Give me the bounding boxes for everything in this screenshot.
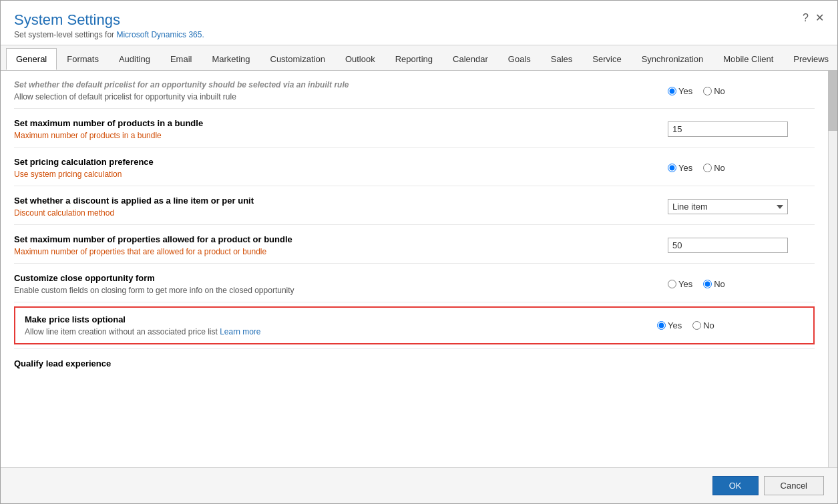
- pricing-calc-desc: Use system pricing calculation: [14, 170, 668, 179]
- tab-formats[interactable]: Formats: [57, 48, 109, 70]
- tab-reporting[interactable]: Reporting: [385, 48, 443, 70]
- tab-service[interactable]: Service: [582, 48, 631, 70]
- brand-text: Microsoft Dynamics 365.: [116, 30, 204, 39]
- close-opp-yes-label[interactable]: Yes: [668, 279, 692, 289]
- pricing-calc-yes-radio[interactable]: [668, 164, 676, 172]
- tab-previews[interactable]: Previews: [783, 48, 837, 70]
- default-pricelist-labels: Set whether the default pricelist for an…: [14, 80, 668, 101]
- price-lists-yes-label[interactable]: Yes: [657, 320, 682, 330]
- bundle-products-desc: Maximum number of products in a bundle: [14, 131, 668, 140]
- close-opp-section: Customize close opportunity form Enable …: [14, 264, 815, 302]
- price-lists-yes-radio[interactable]: [657, 321, 666, 330]
- qualify-section: Qualify lead experience: [14, 349, 815, 378]
- bundle-products-labels: Set maximum number of products in a bund…: [14, 118, 668, 140]
- price-lists-highlighted: Make price lists optional Allow line ite…: [14, 306, 815, 344]
- pricing-calc-no-label[interactable]: No: [703, 163, 725, 173]
- tab-customization[interactable]: Customization: [260, 48, 335, 70]
- properties-title: Set maximum number of properties allowed…: [14, 234, 668, 244]
- scrollbar[interactable]: [828, 71, 837, 467]
- price-lists-section: Make price lists optional Allow line ite…: [14, 306, 815, 349]
- default-pricelist-no-radio[interactable]: [703, 87, 712, 95]
- default-pricelist-radio-group: Yes No: [668, 86, 725, 96]
- discount-select[interactable]: Line item Per unit: [668, 199, 788, 214]
- price-lists-no-radio[interactable]: [692, 321, 701, 330]
- tab-calendar[interactable]: Calendar: [443, 48, 498, 70]
- bundle-products-section: Set maximum number of products in a bund…: [14, 109, 815, 148]
- discount-labels: Set whether a discount is applied as a l…: [14, 196, 668, 218]
- pricing-calc-labels: Set pricing calculation preference Use s…: [14, 157, 668, 179]
- close-icon[interactable]: ✕: [815, 11, 824, 24]
- close-opp-no-label[interactable]: No: [703, 279, 725, 289]
- default-pricelist-no-label[interactable]: No: [703, 86, 725, 96]
- tab-synchronization[interactable]: Synchronization: [632, 48, 714, 70]
- pricing-calc-yes-label[interactable]: Yes: [668, 163, 692, 173]
- discount-desc: Discount calculation method: [14, 208, 668, 218]
- dialog-subtitle: Set system-level settings for Microsoft …: [14, 30, 204, 39]
- tab-mobile-client[interactable]: Mobile Client: [713, 48, 783, 70]
- tab-general[interactable]: General: [6, 48, 57, 70]
- pricing-calc-radio-group: Yes No: [668, 163, 725, 173]
- pricing-calc-title: Set pricing calculation preference: [14, 157, 668, 167]
- tab-email[interactable]: Email: [160, 48, 202, 70]
- price-lists-desc: Allow line item creation without an asso…: [25, 327, 657, 336]
- close-opp-radio-group: Yes No: [668, 279, 725, 289]
- dialog-header: System Settings Set system-level setting…: [1, 1, 837, 45]
- price-lists-control: Yes No: [657, 320, 804, 330]
- discount-row: Set whether a discount is applied as a l…: [14, 196, 815, 218]
- close-opp-labels: Customize close opportunity form Enable …: [14, 273, 668, 295]
- qualify-row: Qualify lead experience: [14, 358, 815, 371]
- price-lists-no-label[interactable]: No: [692, 320, 714, 330]
- pricing-calc-no-radio[interactable]: [703, 164, 712, 172]
- price-lists-labels: Make price lists optional Allow line ite…: [25, 314, 657, 336]
- close-opp-desc: Enable custom fields on closing form to …: [14, 286, 668, 295]
- pricing-calc-control: Yes No: [668, 163, 815, 173]
- price-lists-title: Make price lists optional: [25, 314, 657, 324]
- pricing-calc-row: Set pricing calculation preference Use s…: [14, 157, 815, 179]
- dialog-footer: OK Cancel: [1, 467, 837, 503]
- default-pricelist-yes-radio[interactable]: [668, 87, 676, 95]
- close-opp-row: Customize close opportunity form Enable …: [14, 273, 815, 295]
- default-pricelist-desc: Allow selection of default pricelist for…: [14, 92, 668, 101]
- tabs-bar: General Formats Auditing Email Marketing…: [1, 45, 837, 71]
- bundle-products-title: Set maximum number of products in a bund…: [14, 118, 668, 128]
- tab-goals[interactable]: Goals: [498, 48, 541, 70]
- bundle-products-control: [668, 121, 815, 137]
- properties-labels: Set maximum number of properties allowed…: [14, 234, 668, 256]
- discount-section: Set whether a discount is applied as a l…: [14, 186, 815, 225]
- dialog-controls: ? ✕: [803, 11, 824, 24]
- cancel-button[interactable]: Cancel: [764, 476, 824, 495]
- discount-title: Set whether a discount is applied as a l…: [14, 196, 668, 206]
- close-opp-yes-radio[interactable]: [668, 280, 676, 288]
- ok-button[interactable]: OK: [712, 476, 759, 495]
- properties-row: Set maximum number of properties allowed…: [14, 234, 815, 256]
- help-icon[interactable]: ?: [803, 12, 809, 24]
- content-area: Set whether the default pricelist for an…: [1, 71, 837, 467]
- qualify-labels: Qualify lead experience: [14, 358, 668, 371]
- bundle-products-input[interactable]: [668, 121, 788, 137]
- default-pricelist-yes-label[interactable]: Yes: [668, 86, 692, 96]
- discount-control: Line item Per unit: [668, 199, 815, 214]
- default-pricelist-section: Set whether the default pricelist for an…: [14, 71, 815, 109]
- tab-sales[interactable]: Sales: [541, 48, 583, 70]
- price-lists-learn-more-link[interactable]: Learn more: [220, 327, 260, 336]
- pricing-calc-section: Set pricing calculation preference Use s…: [14, 148, 815, 186]
- properties-section: Set maximum number of properties allowed…: [14, 225, 815, 264]
- default-pricelist-row: Set whether the default pricelist for an…: [14, 80, 815, 101]
- dialog-title: System Settings: [14, 11, 204, 29]
- default-pricelist-control: Yes No: [668, 86, 815, 96]
- tab-outlook[interactable]: Outlook: [335, 48, 385, 70]
- qualify-title: Qualify lead experience: [14, 358, 668, 368]
- properties-desc: Maximum number of properties that are al…: [14, 247, 668, 256]
- default-pricelist-title: Set whether the default pricelist for an…: [14, 80, 668, 89]
- price-lists-row: Make price lists optional Allow line ite…: [25, 314, 804, 336]
- bundle-products-row: Set maximum number of products in a bund…: [14, 118, 815, 140]
- tab-marketing[interactable]: Marketing: [202, 48, 260, 70]
- close-opp-control: Yes No: [668, 279, 815, 289]
- close-opp-no-radio[interactable]: [703, 280, 712, 288]
- properties-input[interactable]: [668, 238, 788, 253]
- scroll-content[interactable]: Set whether the default pricelist for an…: [1, 71, 828, 467]
- properties-control: [668, 238, 815, 253]
- price-lists-radio-group: Yes No: [657, 320, 714, 330]
- tab-auditing[interactable]: Auditing: [109, 48, 160, 70]
- system-settings-dialog: System Settings Set system-level setting…: [0, 0, 838, 504]
